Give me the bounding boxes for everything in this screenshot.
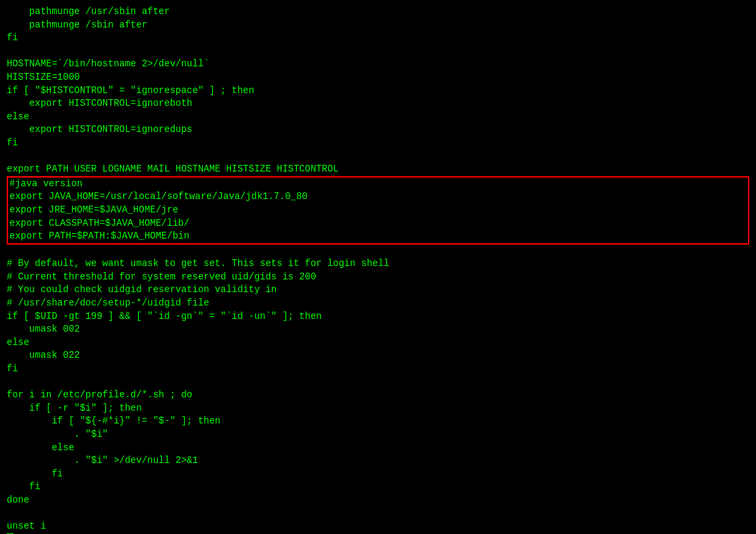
terminal-line: . "$i" >/dev/null 2>&1: [7, 454, 749, 468]
terminal-line: # /usr/share/doc/setup-*/uidgid file: [7, 297, 749, 310]
terminal-line: export CLASSPATH=$JAVA_HOME/lib/: [9, 217, 747, 230]
terminal-line: # By default, we want umask to get set. …: [7, 257, 749, 271]
terminal-line: [7, 45, 749, 58]
terminal-line: fi: [7, 468, 749, 481]
terminal-line: pathmunge /sbin after: [7, 19, 749, 32]
terminal-line: umask 002: [7, 323, 749, 336]
terminal-window: pathmunge /usr/sbin after pathmunge /sbi…: [0, 0, 756, 534]
terminal-line: pathmunge /usr/sbin after: [7, 5, 749, 19]
terminal-line: export JAVA_HOME=/usr/local/software/Jav…: [9, 190, 747, 204]
terminal-line: # Current threshold for system reserved …: [7, 271, 749, 284]
terminal-line: export JRE_HOME=$JAVA_HOME/jre: [9, 204, 747, 217]
terminal-line: #java version: [9, 178, 747, 191]
terminal-line: else: [7, 111, 749, 124]
terminal-line: for i in /etc/profile.d/*.sh ; do: [7, 389, 749, 402]
terminal-line: [7, 150, 749, 163]
terminal-line: if [ $UID -gt 199 ] && [ "`id -gn`" = "`…: [7, 310, 749, 324]
terminal-line: fi: [7, 480, 749, 494]
terminal-line: . "$i": [7, 428, 749, 442]
terminal-line: # You could check uidgid reservation val…: [7, 283, 749, 297]
terminal-line: export HISTCONTROL=ignoredups: [7, 123, 749, 137]
terminal-line: if [ -r "$i" ]; then: [7, 402, 749, 415]
terminal-line: else: [7, 442, 749, 455]
code-content: pathmunge /usr/sbin after pathmunge /sbi…: [7, 5, 749, 534]
terminal-line: if [ "${-#*i}" != "$-" ]; then: [7, 415, 749, 428]
terminal-line: done: [7, 494, 749, 507]
terminal-line: [7, 376, 749, 389]
terminal-line: unset i: [7, 520, 749, 533]
terminal-line: export PATH=$PATH:$JAVA_HOME/bin: [9, 230, 747, 243]
terminal-line: HOSTNAME=`/bin/hostname 2>/dev/null`: [7, 58, 749, 71]
terminal-line: else: [7, 336, 749, 350]
terminal-line: if [ "$HISTCONTROL" = "ignorespace" ] ; …: [7, 84, 749, 98]
terminal-line: fi: [7, 31, 749, 45]
terminal-line: fi: [7, 137, 749, 150]
terminal-line: [7, 245, 749, 258]
terminal-line: fi: [7, 362, 749, 376]
terminal-line: [7, 507, 749, 521]
terminal-line: export PATH USER LOGNAME MAIL HOSTNAME H…: [7, 163, 749, 176]
terminal-line: export HISTCONTROL=ignoreboth: [7, 97, 749, 111]
terminal-line: HISTSIZE=1000: [7, 71, 749, 84]
terminal-line: umask 022: [7, 349, 749, 362]
